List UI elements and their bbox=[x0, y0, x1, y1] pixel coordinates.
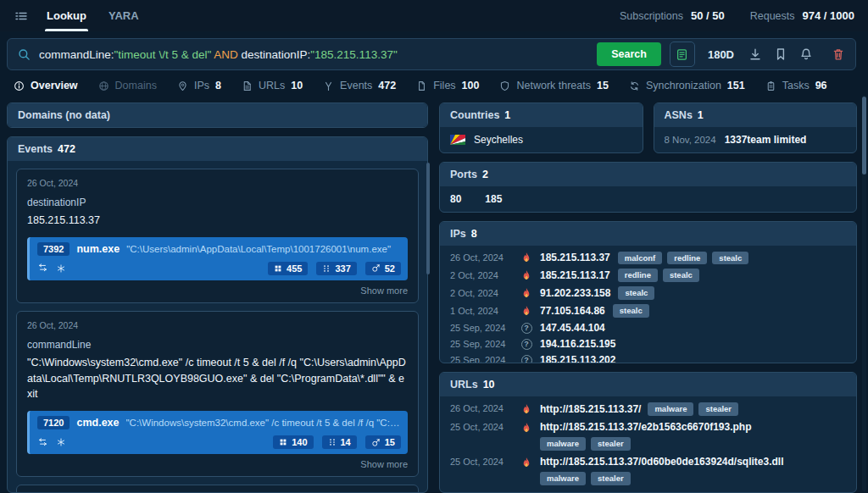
ip-value[interactable]: 77.105.164.86 bbox=[540, 305, 605, 317]
ip-value[interactable]: 147.45.44.104 bbox=[540, 322, 605, 334]
url-value[interactable]: http://185.215.113.37/0d60be0de163924d/m… bbox=[540, 490, 793, 492]
malware-tag[interactable]: redline bbox=[667, 252, 707, 265]
malware-tag[interactable]: redline bbox=[618, 269, 658, 282]
event-card[interactable]: 26 Oct, 2024 destinationIP 185.215.113.3… bbox=[16, 169, 419, 303]
port-value[interactable]: 80 bbox=[450, 193, 461, 205]
tab-events[interactable]: Events472 bbox=[323, 80, 396, 91]
search-button[interactable]: Search bbox=[597, 42, 661, 66]
asns-panel-header[interactable]: ASNs 1 bbox=[654, 103, 857, 127]
stat-chip-modules[interactable]: 14 bbox=[322, 435, 357, 449]
male-icon bbox=[371, 263, 381, 273]
domains-panel-header[interactable]: Domains (no data) bbox=[8, 103, 427, 127]
bell-icon[interactable] bbox=[798, 46, 815, 63]
events-panel-header[interactable]: Events 472 bbox=[8, 137, 427, 161]
ip-value[interactable]: 194.116.215.195 bbox=[540, 338, 615, 350]
show-more-link[interactable]: Show more bbox=[27, 459, 408, 469]
ip-row[interactable]: 25 Sep, 2024 194.116.215.195 bbox=[440, 336, 856, 352]
urls-list: 26 Oct, 2024 http://185.215.113.37/malwa… bbox=[440, 396, 856, 492]
tab-synchronization[interactable]: Synchronization151 bbox=[629, 80, 745, 91]
tab-network-threats[interactable]: Network threats15 bbox=[499, 80, 608, 91]
malware-tag[interactable]: malware bbox=[540, 472, 586, 485]
event-card[interactable]: 26 Oct, 2024 commandLine "C:\Windows\sys… bbox=[16, 311, 419, 477]
requests-label: Requests bbox=[750, 10, 795, 22]
top-tab-lookup[interactable]: Lookup bbox=[36, 0, 97, 31]
grid-icon bbox=[274, 264, 282, 273]
search-box[interactable]: commandLine:"timeout \/t 5 & del" AND de… bbox=[7, 38, 856, 70]
tab-overview[interactable]: Overview bbox=[14, 80, 78, 91]
stat-chip-male[interactable]: 52 bbox=[365, 262, 401, 275]
url-row[interactable]: 25 Oct, 2024 http://185.215.113.37/e2b15… bbox=[440, 418, 856, 453]
malware-tag[interactable]: stealer bbox=[591, 472, 631, 485]
tab-ips-label: IPs bbox=[194, 80, 209, 91]
malware-tag[interactable]: stealer bbox=[698, 402, 738, 416]
url-value[interactable]: http://185.215.113.37/e2b1563c6670f193.p… bbox=[540, 421, 752, 433]
urls-panel-header[interactable]: URLs 10 bbox=[440, 373, 856, 396]
ports-panel-header[interactable]: Ports 2 bbox=[440, 163, 856, 186]
url-value[interactable]: http://185.215.113.37/0d60be0de163924d/s… bbox=[540, 456, 784, 468]
process-row[interactable]: 7120 cmd.exe "C:\Windows\system32\cmd.ex… bbox=[27, 411, 408, 454]
male-icon bbox=[371, 438, 381, 447]
ip-row[interactable]: 26 Oct, 2024 185.215.113.37 malconfredli… bbox=[440, 249, 856, 267]
stat-chip-windows[interactable]: 455 bbox=[268, 262, 308, 275]
tab-files[interactable]: Files100 bbox=[416, 80, 479, 91]
fire-icon bbox=[520, 491, 532, 492]
ip-value[interactable]: 185.215.113.17 bbox=[540, 269, 610, 281]
left-column-scrollbar-thumb[interactable] bbox=[426, 163, 430, 274]
url-value[interactable]: http://185.215.113.37/ bbox=[540, 403, 641, 415]
port-value[interactable]: 185 bbox=[485, 193, 502, 205]
period-selector[interactable]: 180D bbox=[704, 48, 738, 61]
tab-tasks[interactable]: Tasks96 bbox=[765, 80, 827, 91]
ips-panel-header[interactable]: IPs 8 bbox=[440, 222, 856, 246]
main-scrollbar-thumb[interactable] bbox=[862, 97, 866, 174]
urls-panel-count: 10 bbox=[483, 379, 495, 391]
malware-tag[interactable]: stealc bbox=[712, 252, 748, 265]
stat-chip-modules[interactable]: 337 bbox=[316, 262, 356, 275]
fire-icon bbox=[520, 252, 532, 263]
url-row[interactable]: 9 Oct, 2024 http://185.215.113.37/0d60be… bbox=[440, 488, 856, 492]
ip-row[interactable]: 2 Oct, 2024 91.202.233.158 stealc bbox=[440, 285, 856, 302]
event-date: 26 Oct, 2024 bbox=[27, 178, 408, 188]
url-row[interactable]: 25 Oct, 2024 http://185.215.113.37/0d60b… bbox=[440, 453, 856, 488]
ip-row[interactable]: 25 Sep, 2024 147.45.44.104 bbox=[440, 320, 856, 336]
malware-tag[interactable]: stealc bbox=[663, 269, 699, 282]
stat-chip-male[interactable]: 15 bbox=[365, 435, 401, 449]
ip-value[interactable]: 185.215.113.37 bbox=[540, 252, 610, 263]
tab-urls-count: 10 bbox=[291, 80, 303, 91]
tab-network-threats-count: 15 bbox=[597, 80, 609, 91]
top-tab-yara[interactable]: YARA bbox=[97, 0, 150, 31]
country-row[interactable]: Seychelles bbox=[440, 127, 643, 152]
malware-tag[interactable]: stealc bbox=[613, 304, 649, 318]
ip-row[interactable]: 1 Oct, 2024 77.105.164.86 stealc bbox=[440, 302, 856, 320]
event-card[interactable]: 26 Oct, 2024 destinationIP 185.215.113.3… bbox=[16, 485, 419, 492]
ip-value[interactable]: 185.215.113.202 bbox=[540, 354, 615, 363]
top-tab-lookup-label: Lookup bbox=[47, 9, 86, 22]
dots-icon bbox=[322, 264, 331, 273]
tab-tasks-label: Tasks bbox=[782, 80, 810, 91]
malware-tag[interactable]: malware bbox=[648, 402, 693, 416]
asterisk-icon bbox=[56, 437, 66, 447]
bookmark-icon[interactable] bbox=[772, 46, 789, 63]
ip-value[interactable]: 91.202.233.158 bbox=[540, 287, 610, 299]
download-icon[interactable] bbox=[747, 46, 764, 63]
malware-tag[interactable]: stealc bbox=[618, 286, 654, 300]
asn-row[interactable]: 8 Nov, 2024 1337team limited bbox=[654, 127, 857, 152]
trash-icon[interactable] bbox=[830, 46, 847, 63]
search-query-input[interactable]: commandLine:"timeout \/t 5 & del" AND de… bbox=[39, 48, 588, 61]
tab-ips[interactable]: IPs8 bbox=[177, 80, 221, 91]
tab-domains[interactable]: Domains bbox=[98, 80, 157, 91]
malware-tag[interactable]: malware bbox=[540, 437, 586, 451]
url-row[interactable]: 26 Oct, 2024 http://185.215.113.37/malwa… bbox=[440, 400, 856, 418]
show-more-link[interactable]: Show more bbox=[27, 285, 408, 296]
report-icon[interactable] bbox=[670, 42, 695, 67]
malware-tag[interactable]: stealer bbox=[591, 437, 631, 451]
malware-tag[interactable]: malconf bbox=[618, 252, 662, 265]
stat-chip-windows[interactable]: 140 bbox=[273, 435, 313, 449]
countries-panel-header[interactable]: Countries 1 bbox=[440, 103, 643, 127]
ip-row[interactable]: 2 Oct, 2024 185.215.113.17 redlinestealc bbox=[440, 267, 856, 285]
globe-icon bbox=[98, 80, 109, 91]
tab-urls[interactable]: URLs10 bbox=[242, 80, 303, 91]
menu-icon[interactable] bbox=[7, 0, 36, 31]
ip-row[interactable]: 25 Sep, 2024 185.215.113.202 bbox=[440, 352, 856, 363]
process-row[interactable]: 7392 num.exe "C:\Users\admin\AppData\Loc… bbox=[27, 237, 408, 280]
question-icon bbox=[520, 339, 532, 350]
